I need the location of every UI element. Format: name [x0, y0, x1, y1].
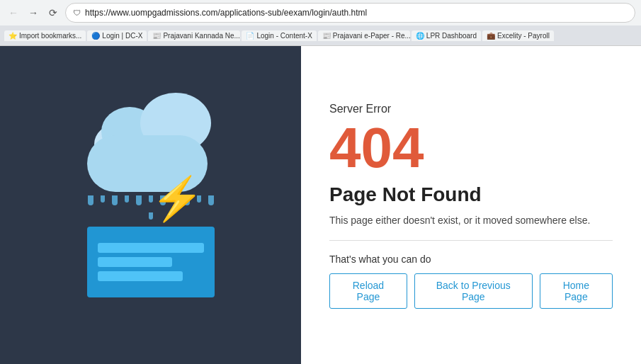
address-bar[interactable]: 🛡 [65, 3, 635, 23]
tab-icon: 📰 [322, 32, 331, 40]
tab-login-contentx[interactable]: 📄 Login - Content-X [242, 30, 316, 41]
raindrop [208, 195, 214, 205]
error-code: 404 [329, 120, 613, 176]
server-line [98, 257, 172, 267]
url-input[interactable] [85, 8, 628, 18]
server-rack-graphic [87, 227, 215, 297]
tab-prajavani-kannada[interactable]: 📰 Prajavani Kannada Ne... [148, 30, 240, 41]
navigation-bar: ← → ⟳ 🛡 [0, 0, 641, 25]
tab-icon: ⭐ [8, 32, 17, 40]
tab-import-bookmarks[interactable]: ⭐ Import bookmarks... [4, 30, 86, 41]
action-label: That's what you can do [329, 254, 613, 265]
browser-chrome: ← → ⟳ 🛡 ⭐ Import bookmarks... 🔵 Login | … [0, 0, 641, 46]
tab-icon: 💼 [487, 32, 495, 40]
tab-icon: 📄 [246, 32, 254, 40]
home-page-button[interactable]: Home Page [540, 273, 613, 309]
tab-login-dcx[interactable]: 🔵 Login | DC-X [87, 30, 147, 41]
server-error-label: Server Error [329, 103, 613, 115]
tabs-bar: ⭐ Import bookmarks... 🔵 Login | DC-X 📰 P… [0, 25, 641, 45]
error-illustration: ⚡ [80, 100, 222, 297]
illustration-panel: ⚡ [0, 46, 301, 364]
error-info-panel: Server Error 404 Page Not Found This pag… [301, 46, 641, 364]
raindrop [125, 195, 129, 203]
tab-icon: 📰 [152, 32, 161, 40]
back-to-previous-page-button[interactable]: Back to Previous Page [414, 273, 533, 309]
tab-icon: 🔵 [91, 32, 100, 40]
tab-icon: 🌐 [416, 32, 424, 40]
error-title: Page Not Found [329, 183, 613, 206]
server-line [98, 243, 204, 253]
forward-button[interactable]: → [25, 5, 41, 21]
raindrop [101, 195, 105, 203]
server-line [98, 271, 183, 281]
raindrop [112, 195, 118, 205]
tab-prajavani-epaper[interactable]: 📰 Prajavani e-Paper - Re... [318, 30, 410, 41]
raindrop [88, 195, 93, 205]
tab-lpr-dashboard[interactable]: 🌐 LPR Dashboard [412, 30, 481, 41]
error-description: This page either doesn't exist, or it mo… [329, 215, 613, 226]
reload-page-button[interactable]: Reload Page [329, 273, 407, 309]
page-container: ⚡ [0, 46, 641, 364]
raindrop [136, 195, 142, 205]
server-body [87, 227, 215, 297]
section-divider [329, 240, 613, 241]
tab-excelity-payroll[interactable]: 💼 Excelity - Payroll [482, 30, 554, 41]
action-buttons-group: Reload Page Back to Previous Page Home P… [329, 273, 613, 309]
reload-button[interactable]: ⟳ [45, 5, 61, 21]
back-button[interactable]: ← [6, 5, 21, 21]
cloud-graphic: ⚡ [80, 100, 222, 192]
security-icon: 🛡 [73, 8, 81, 17]
